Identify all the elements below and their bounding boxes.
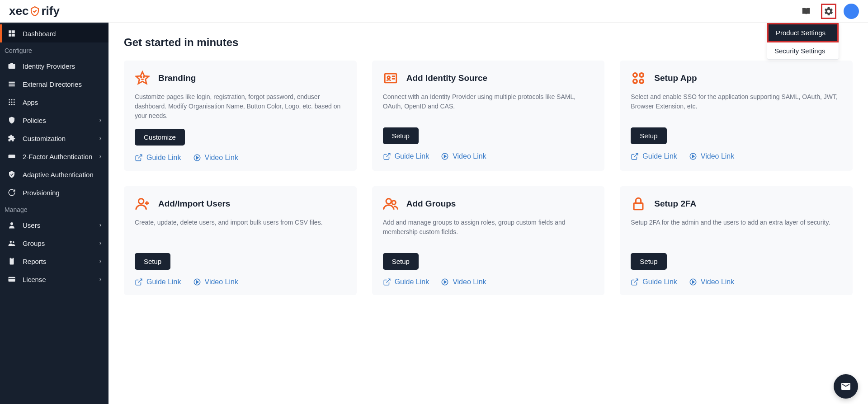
svg-point-23: [143, 76, 144, 77]
chevron-right-icon: ›: [99, 276, 101, 282]
nav-apps[interactable]: Apps: [0, 93, 108, 111]
svg-point-31: [640, 80, 644, 84]
nav-reports[interactable]: Reports ›: [0, 252, 108, 270]
nav-label: Identity Providers: [23, 62, 75, 70]
section-configure: Configure: [0, 42, 108, 57]
card-setup-app: Setup App Select and enable SSO for the …: [620, 61, 853, 171]
nav-license[interactable]: License ›: [0, 270, 108, 288]
book-icon[interactable]: [798, 4, 814, 19]
card-icon: [7, 275, 16, 284]
nav-customization[interactable]: Customization ›: [0, 129, 108, 147]
apps-grid-icon: [631, 70, 646, 86]
chevron-right-icon: ›: [99, 153, 101, 160]
card-desc: Setup 2FA for the admin and the users to…: [631, 218, 842, 245]
setup-button[interactable]: Setup: [383, 253, 419, 270]
guide-link[interactable]: Guide Link: [135, 278, 181, 286]
svg-rect-1: [12, 30, 15, 33]
video-link[interactable]: Video Link: [193, 154, 238, 162]
chat-fab[interactable]: [834, 374, 858, 399]
video-link[interactable]: Video Link: [441, 152, 486, 160]
card-title: Branding: [158, 73, 196, 83]
logo-post: rify: [41, 4, 59, 18]
users-icon: [383, 196, 398, 211]
chevron-right-icon: ›: [99, 222, 101, 228]
menu-product-settings[interactable]: Product Settings: [769, 24, 837, 41]
menu-security-settings[interactable]: Security Settings: [767, 42, 839, 59]
nav-label: Reports: [23, 258, 47, 265]
chevron-right-icon: ›: [99, 135, 101, 141]
cards-grid: Branding Customize pages like login, reg…: [124, 61, 853, 295]
user-icon: [7, 221, 16, 230]
svg-point-7: [9, 99, 10, 100]
svg-point-29: [640, 73, 644, 77]
apps-icon: [7, 98, 16, 107]
shield-icon: [29, 6, 40, 17]
settings-menu-wrap: Product Settings Security Settings: [821, 4, 836, 19]
chevron-right-icon: ›: [99, 117, 101, 123]
setup-button[interactable]: Setup: [631, 127, 666, 144]
svg-point-28: [633, 73, 637, 77]
nav-identity-providers[interactable]: Identity Providers: [0, 57, 108, 75]
video-link[interactable]: Video Link: [689, 278, 734, 286]
video-link[interactable]: Video Link: [441, 278, 486, 286]
svg-point-12: [14, 102, 15, 103]
dashboard-icon: [7, 29, 16, 38]
nav-policies[interactable]: Policies ›: [0, 111, 108, 129]
nav-provisioning[interactable]: Provisioning: [0, 183, 108, 202]
card-title: Add Identity Source: [406, 73, 487, 83]
chevron-right-icon: ›: [99, 240, 101, 246]
setup-button[interactable]: Setup: [631, 253, 666, 270]
card-desc: Connect with an Identity Provider using …: [383, 92, 594, 119]
nav-2fa[interactable]: 2-Factor Authentication ›: [0, 147, 108, 165]
guide-link[interactable]: Guide Link: [135, 154, 181, 162]
svg-point-19: [13, 241, 14, 243]
svg-point-9: [14, 99, 15, 100]
mail-icon: [840, 381, 851, 392]
customize-button[interactable]: Customize: [135, 129, 185, 146]
shield-check-icon: [7, 170, 16, 179]
avatar[interactable]: [844, 4, 859, 19]
guide-link[interactable]: Guide Link: [383, 278, 429, 286]
guide-link[interactable]: Guide Link: [631, 152, 677, 160]
svg-point-8: [11, 99, 13, 100]
nav-adaptive[interactable]: Adaptive Authentication: [0, 165, 108, 183]
svg-point-14: [11, 104, 13, 105]
video-link[interactable]: Video Link: [193, 278, 238, 286]
setup-button[interactable]: Setup: [383, 127, 419, 144]
svg-rect-16: [9, 155, 15, 158]
setup-button[interactable]: Setup: [135, 253, 170, 270]
svg-point-11: [11, 102, 13, 103]
svg-rect-38: [634, 203, 643, 210]
nav-label: Adaptive Authentication: [23, 171, 94, 179]
svg-rect-21: [9, 278, 15, 279]
nav-dashboard[interactable]: Dashboard: [0, 24, 108, 42]
svg-point-35: [386, 199, 391, 204]
card-desc: Add and manage groups to assign roles, g…: [383, 218, 594, 245]
sidebar: Dashboard Configure Identity Providers E…: [0, 23, 108, 404]
card-title: Add Groups: [406, 199, 456, 209]
guide-link[interactable]: Guide Link: [631, 278, 677, 286]
svg-rect-2: [9, 34, 11, 37]
page-title: Get started in minutes: [124, 36, 853, 49]
nav-groups[interactable]: Groups ›: [0, 234, 108, 252]
clipboard-icon: [7, 257, 16, 266]
star-icon: [135, 70, 150, 86]
nav-external-directories[interactable]: External Directories: [0, 75, 108, 93]
svg-point-10: [9, 102, 10, 103]
nav-users[interactable]: Users ›: [0, 216, 108, 234]
nav-label: Dashboard: [23, 30, 56, 38]
svg-rect-0: [9, 30, 11, 33]
nav-label: Users: [23, 221, 40, 229]
nav-label: External Directories: [23, 80, 82, 88]
guide-link[interactable]: Guide Link: [383, 152, 429, 160]
svg-point-18: [10, 241, 12, 243]
topbar: xec rify Product Settings Security Setti…: [0, 0, 868, 23]
group-icon: [7, 239, 16, 248]
svg-point-15: [14, 104, 15, 105]
video-link[interactable]: Video Link: [689, 152, 734, 160]
card-desc: Customize pages like login, registration…: [135, 92, 346, 121]
sync-icon: [7, 188, 16, 197]
idp-icon: [7, 61, 16, 70]
svg-rect-5: [9, 84, 15, 85]
gear-icon[interactable]: [821, 4, 836, 19]
